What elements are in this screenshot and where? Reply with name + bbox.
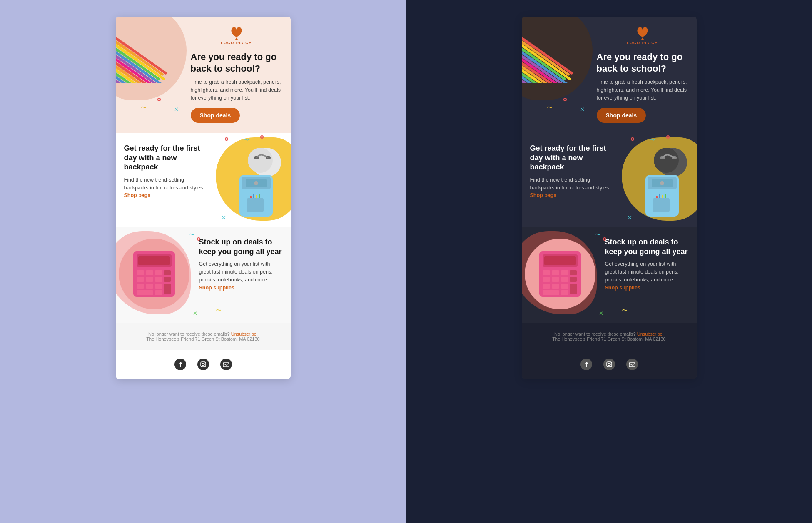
section-backpack-light: ✕ 〜 Get ready for the first day with a n… xyxy=(116,133,291,227)
backpack-title-dark: Get ready for the first day with a new b… xyxy=(530,144,613,172)
section-supplies-dark: 〜 ✕ 〜 Stock up on deals to keep you goin… xyxy=(522,227,697,323)
deco-squiggle-3: 〜 xyxy=(189,231,194,239)
shop-bags-link-dark[interactable]: Shop bags xyxy=(530,192,557,198)
deco-x-3: ✕ xyxy=(193,310,197,316)
footer-light: No longer want to receive these emails? … xyxy=(116,323,291,350)
footer-address-dark: The Honeybee's Friend 71 Green St Bostom… xyxy=(530,336,688,341)
backpack-body-light: Find the new trend-setting backpacks in … xyxy=(124,176,207,199)
backpack-content-dark: Get ready for the first day with a new b… xyxy=(522,133,697,208)
facebook-icon-dark[interactable]: f xyxy=(580,358,593,371)
svg-text:f: f xyxy=(179,361,182,368)
hero-content-dark: LOGO PLACE Are you ready to go back to s… xyxy=(522,17,697,133)
supplies-body-light: Get everything on your list with great l… xyxy=(199,260,282,291)
unsubscribe-link-dark[interactable]: Unsubscribe. xyxy=(637,331,664,336)
section-backpack-dark: ✕ 〜 Get ready for the first day with a n… xyxy=(522,133,697,227)
svg-point-32 xyxy=(197,359,209,370)
backpack-title-light: Get ready for the first day with a new b… xyxy=(124,144,207,172)
deco-x-dark-1: ✕ xyxy=(580,106,585,112)
deco-circle-dark-2 xyxy=(631,137,634,141)
svg-text:f: f xyxy=(585,361,588,368)
shop-bags-link-light[interactable]: Shop bags xyxy=(124,192,151,198)
deco-squiggle-4: 〜 xyxy=(216,307,222,314)
deco-squiggle-2: 〜 xyxy=(243,137,249,144)
logo-icon-light xyxy=(228,25,245,40)
deco-x-dark-3: ✕ xyxy=(599,310,603,316)
deco-circle-2 xyxy=(225,137,228,141)
supplies-content-light: Stock up on deals to keep you going all … xyxy=(116,227,291,300)
footer-dark: No longer want to receive these emails? … xyxy=(522,323,697,350)
email-card-dark: ✕ 〜 LOGO PLACE Are you ready to go back … xyxy=(522,17,697,379)
backpack-content-light: Get ready for the first day with a new b… xyxy=(116,133,291,208)
hero-body-dark: Time to grab a fresh backpack, pencils, … xyxy=(597,78,688,102)
supplies-content-dark: Stock up on deals to keep you going all … xyxy=(522,227,697,300)
section-supplies-light: 〜 ✕ 〜 Stock up on deals to keep you goin… xyxy=(116,227,291,323)
deco-squiggle-dark-2: 〜 xyxy=(649,137,655,144)
email-icon-dark[interactable] xyxy=(626,358,638,371)
hero-section-light: ✕ 〜 LOGO PLACE Are you ready to go back … xyxy=(116,17,291,133)
logo-text-light: LOGO PLACE xyxy=(221,41,252,45)
email-icon-light[interactable] xyxy=(220,358,232,371)
deco-x-dark-2: ✕ xyxy=(628,214,632,221)
supplies-title-dark: Stock up on deals to keep you going all … xyxy=(605,237,688,256)
deco-squiggle-1: 〜 xyxy=(141,104,147,112)
hero-body-light: Time to grab a fresh backpack, pencils, … xyxy=(191,78,282,102)
deco-circle-dark-4 xyxy=(603,237,606,241)
deco-x-1: ✕ xyxy=(174,106,179,112)
social-bar-dark: f xyxy=(522,350,697,379)
svg-point-35 xyxy=(204,362,205,363)
social-bar-light: f xyxy=(116,350,291,379)
logo-text-dark: LOGO PLACE xyxy=(627,41,658,45)
deco-x-2: ✕ xyxy=(222,214,226,221)
svg-point-36 xyxy=(220,359,232,370)
deco-circle-1 xyxy=(157,98,161,101)
deco-circle-dark-1 xyxy=(563,98,567,101)
deco-squiggle-dark-3: 〜 xyxy=(595,231,600,239)
email-card-light: ✕ 〜 LOGO PLACE Are you ready to go back … xyxy=(116,17,291,379)
supplies-body-dark: Get everything on your list with great l… xyxy=(605,260,688,291)
hero-content-light: LOGO PLACE Are you ready to go back to s… xyxy=(116,17,291,133)
deco-circle-dark-3 xyxy=(666,135,670,139)
shop-supplies-link-light[interactable]: Shop supplies xyxy=(199,285,234,291)
svg-point-74 xyxy=(626,359,638,370)
unsubscribe-link-light[interactable]: Unsubscribe. xyxy=(231,331,258,336)
shop-deals-button-light[interactable]: Shop deals xyxy=(191,108,240,123)
supplies-title-light: Stock up on deals to keep you going all … xyxy=(199,237,282,256)
hero-title-dark: Are you ready to go back to school? xyxy=(597,51,688,74)
logo-icon-dark xyxy=(634,25,651,40)
logo-area-dark: LOGO PLACE xyxy=(597,25,688,45)
logo-area-light: LOGO PLACE xyxy=(191,25,282,45)
deco-squiggle-dark-1: 〜 xyxy=(547,104,553,112)
shop-deals-button-dark[interactable]: Shop deals xyxy=(597,108,646,123)
hero-section-dark: ✕ 〜 LOGO PLACE Are you ready to go back … xyxy=(522,17,697,133)
instagram-icon-light[interactable] xyxy=(197,358,209,371)
footer-address-light: The Honeybee's Friend 71 Green St Bostom… xyxy=(124,336,282,341)
deco-circle-3 xyxy=(260,135,264,139)
deco-circle-4 xyxy=(197,237,200,241)
footer-unsubscribe-light: No longer want to receive these emails? … xyxy=(124,331,282,336)
footer-unsubscribe-dark: No longer want to receive these emails? … xyxy=(530,331,688,336)
right-panel: ✕ 〜 LOGO PLACE Are you ready to go back … xyxy=(406,0,812,523)
instagram-icon-dark[interactable] xyxy=(603,358,615,371)
backpack-body-dark: Find the new trend-setting backpacks in … xyxy=(530,176,613,199)
hero-title-light: Are you ready to go back to school? xyxy=(191,51,282,74)
facebook-icon-light[interactable]: f xyxy=(174,358,187,371)
deco-squiggle-dark-4: 〜 xyxy=(622,307,628,314)
shop-supplies-link-dark[interactable]: Shop supplies xyxy=(605,285,640,291)
svg-point-70 xyxy=(603,359,615,370)
left-panel: ✕ 〜 LOGO PLACE Are you ready to go back … xyxy=(0,0,406,523)
svg-point-73 xyxy=(610,362,611,363)
